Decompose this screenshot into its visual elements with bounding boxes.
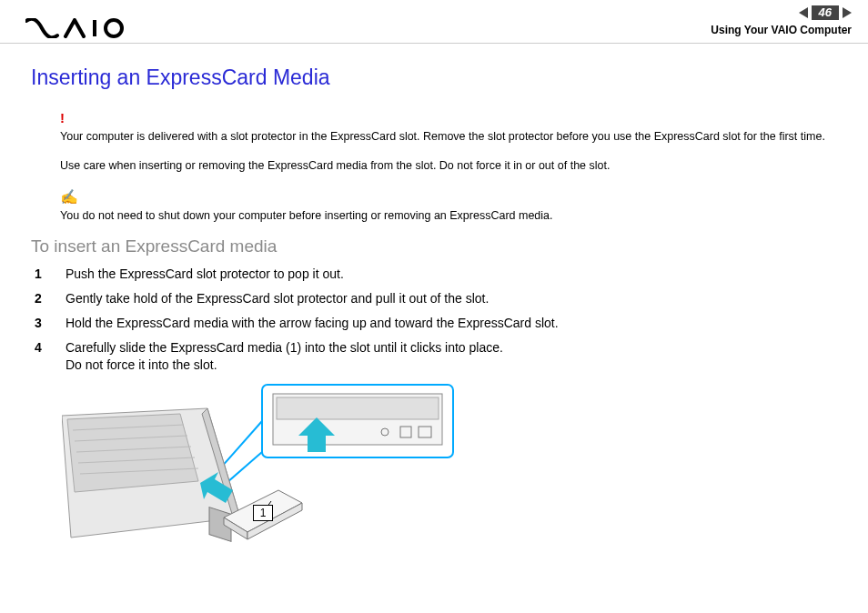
svg-rect-0 xyxy=(93,20,96,36)
step-3: Hold the ExpressCard media with the arro… xyxy=(33,315,837,332)
subhead: To insert an ExpressCard media xyxy=(31,236,837,256)
tip-text: You do not need to shut down your comput… xyxy=(60,209,553,222)
tip-icon: ✍ xyxy=(60,186,837,207)
step-2: Gently take hold of the ExpressCard slot… xyxy=(33,290,837,307)
care-text: Use care when inserting or removing the … xyxy=(60,159,610,172)
step-1: Push the ExpressCard slot protector to p… xyxy=(33,266,837,283)
svg-point-1 xyxy=(106,20,122,36)
page-title: Inserting an ExpressCard Media xyxy=(31,65,837,90)
svg-rect-4 xyxy=(277,397,439,419)
svg-line-9 xyxy=(220,421,262,468)
breadcrumb[interactable]: Using Your VAIO Computer xyxy=(711,24,852,36)
step-4: Carefully slide the ExpressCard media (1… xyxy=(33,339,837,374)
page: 46 Using Your VAIO Computer Inserting an… xyxy=(0,0,868,613)
steps-list: Push the ExpressCard slot protector to p… xyxy=(33,266,837,373)
tip-note: ✍ You do not need to shut down your comp… xyxy=(60,186,837,224)
content: Inserting an ExpressCard Media ! Your co… xyxy=(0,44,868,563)
header-right: 46 Using Your VAIO Computer xyxy=(711,5,852,36)
next-page-icon[interactable] xyxy=(843,7,852,18)
warning-icon: ! xyxy=(60,108,837,128)
warning-note: ! Your computer is delivered with a slot… xyxy=(60,108,837,145)
svg-marker-12 xyxy=(67,414,198,492)
page-number: 46 xyxy=(812,5,839,20)
warning-text: Your computer is delivered with a slot p… xyxy=(60,130,825,143)
figure-callout-1: 1 xyxy=(253,505,273,521)
prev-page-icon[interactable] xyxy=(799,7,808,18)
header: 46 Using Your VAIO Computer xyxy=(0,0,868,44)
care-note: Use care when inserting or removing the … xyxy=(60,157,837,174)
vaio-logo xyxy=(25,18,135,38)
expresscard-figure: 1 xyxy=(62,381,462,563)
pager: 46 xyxy=(799,5,852,20)
